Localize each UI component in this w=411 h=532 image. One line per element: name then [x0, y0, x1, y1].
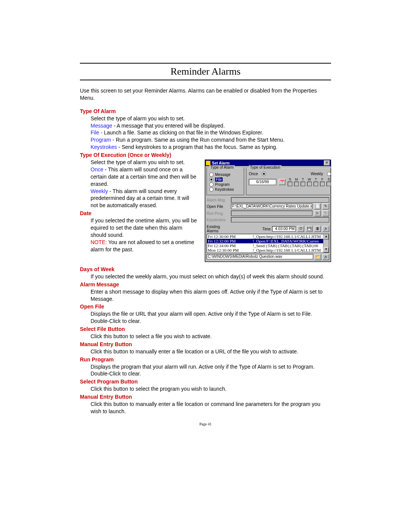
body-select-program-button: Click this button to select the program …	[91, 385, 331, 393]
day-check-w[interactable]	[307, 182, 312, 186]
term-weekly: Weekly	[91, 188, 108, 194]
day-check-th[interactable]	[314, 182, 318, 186]
radio-file[interactable]	[209, 177, 213, 182]
dialog-app-icon	[206, 161, 210, 165]
day-check-s[interactable]	[288, 182, 292, 186]
day-check-f[interactable]	[320, 182, 325, 186]
browse-sound-icon[interactable]: 📂	[314, 254, 321, 260]
scrollbar[interactable]: ▲▼	[323, 234, 329, 252]
sound-path-field[interactable]: C:\WINDOWS\MEDIA\Robotz Question.wav	[207, 254, 313, 259]
list-item: Mon 12:30:00 PM!_Open:http://192.168.1.1…	[207, 248, 329, 252]
heading-exec-type: Type Of Execution (Once or Weekly)	[80, 152, 331, 159]
heading-select-program-button: Select Program Button	[80, 378, 331, 385]
term-keystrokes: Keystrokes	[91, 144, 117, 150]
term-once: Once	[91, 166, 103, 173]
body-select-file-button: Click this button to select a file you w…	[91, 333, 331, 340]
intro-paragraph: Use this screen to set your Reminder Ala…	[80, 87, 331, 102]
time-icon[interactable]: ⏱	[297, 226, 304, 232]
heading-days-of-week: Days of Week	[80, 266, 331, 273]
calendar-icon[interactable]: 📅	[279, 179, 285, 185]
list-item: Fri 12:34:00 PM!_Send:{TAB}{TAB}{TAB}{TA…	[207, 243, 329, 248]
heading-type-of-alarm: Type Of Alarm	[80, 108, 331, 115]
heading-alarm-message: Alarm Message	[80, 281, 331, 288]
date-field[interactable]: 6/16/99	[249, 179, 276, 185]
test-sound-icon[interactable]: 🔊	[322, 254, 329, 260]
day-check-t[interactable]	[301, 182, 305, 186]
radio-weekly[interactable]	[327, 172, 331, 176]
play-icon[interactable]: 🔊	[322, 226, 329, 232]
heading-open-file: Open File	[80, 303, 331, 310]
body-manual-entry-1: Click this button to manually enter a fi…	[91, 348, 331, 355]
body-date: If you selected the onetime alarm, you w…	[91, 217, 198, 253]
page-title: Reminder Alarms	[80, 66, 331, 77]
note-label: NOTE:	[91, 239, 107, 245]
manual-entry-prog-icon[interactable]: ✎	[322, 210, 329, 216]
select-file-icon[interactable]: 📄	[314, 203, 321, 209]
body-exec-type: Select the type of alarm you wish to set…	[91, 159, 198, 209]
body-type-of-alarm: Select the type of alarm you wish to set…	[91, 115, 331, 151]
title-rule	[80, 80, 331, 80]
alarm-msg-field[interactable]	[231, 197, 329, 203]
day-check-sa[interactable]	[327, 182, 331, 186]
body-days-of-week: If you selected the weekly alarm, you mu…	[91, 273, 331, 280]
top-rule	[80, 63, 331, 64]
body-alarm-message: Enter a short message to display when th…	[91, 288, 331, 303]
save-icon[interactable]: 💾	[306, 226, 312, 232]
close-icon[interactable]: ✕	[324, 160, 330, 166]
delete-icon[interactable]: 🗑	[314, 226, 321, 232]
set-alarm-dialog: Set Alarm ✕ Message File Program Keystro…	[205, 160, 331, 262]
radio-once[interactable]	[262, 172, 266, 176]
radio-message[interactable]	[209, 173, 213, 177]
body-manual-entry-2: Click this button to manually enter a fi…	[91, 401, 331, 415]
days-of-week: S M T W T F S	[288, 177, 331, 186]
document-page: Reminder Alarms Use this screen to set y…	[80, 63, 331, 426]
radio-program[interactable]	[209, 182, 213, 187]
list-item: Fri 12:30:00 PM!_Open:http://192.168.1.1…	[207, 234, 329, 239]
radio-keystrokes[interactable]	[209, 187, 213, 192]
term-file: File	[91, 129, 99, 136]
heading-run-program: Run Program	[80, 356, 331, 363]
run-prog-field[interactable]	[231, 211, 312, 216]
body-run-program: Displays the program that your alarm wil…	[91, 363, 331, 378]
manual-entry-file-icon[interactable]: ✎	[322, 203, 329, 209]
group-type-of-alarm: Message File Program Keystrokes	[207, 168, 244, 195]
dialog-title: Set Alarm	[212, 161, 324, 165]
body-open-file: Displays the file or URL that your alarm…	[91, 310, 331, 325]
list-item: Fri 12:32:00 PM!_Open:F:\EXL_DATA\WORK\C…	[207, 239, 329, 243]
time-field[interactable]: 4:03:00 PM	[272, 226, 296, 232]
day-check-m[interactable]	[294, 182, 299, 186]
existing-alarms-list[interactable]: Fri 12:30:00 PM!_Open:http://192.168.1.1…	[207, 234, 329, 253]
keystrokes-field[interactable]	[231, 217, 329, 222]
group-type-of-execution: Once Weekly 6/16/99 📅 S M	[246, 168, 331, 195]
page-number: Page 41	[80, 422, 331, 426]
heading-manual-entry-2: Manual Entry Button	[80, 393, 331, 401]
heading-date: Date	[80, 210, 198, 217]
term-message: Message	[91, 123, 112, 129]
heading-select-file-button: Select File Button	[80, 326, 331, 333]
term-program: Program	[91, 137, 111, 143]
open-file-field[interactable]: F:\EXL_DATA\WORK\Currency Rates Update.x…	[231, 204, 312, 209]
heading-manual-entry-1: Manual Entry Button	[80, 341, 331, 348]
select-prog-icon[interactable]: ▶	[314, 210, 321, 216]
